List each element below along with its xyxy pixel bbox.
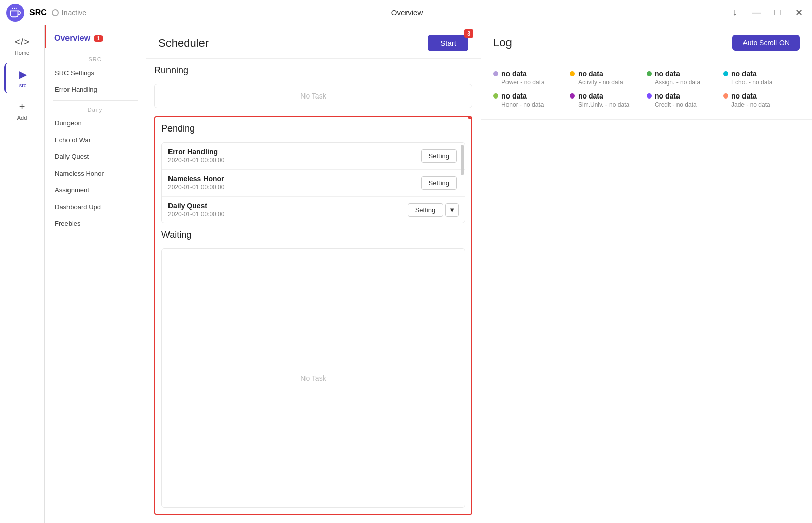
- nav-item-daily-quest[interactable]: Daily Quest: [45, 148, 146, 165]
- scheduler-header: Scheduler Start 3: [146, 25, 481, 59]
- setting-button-1[interactable]: Setting: [421, 176, 457, 190]
- log-status-val-assign: no data: [647, 70, 723, 78]
- running-title: Running: [154, 65, 472, 76]
- pending-item-info-2: Daily Quest 2020-01-01 00:00:00: [168, 202, 408, 218]
- pending-item-name-2: Daily Quest: [168, 202, 408, 210]
- sidebar-item-label-src: src: [19, 82, 27, 88]
- running-empty-label: No Task: [300, 92, 326, 100]
- scrollbar-thumb: [461, 145, 464, 175]
- log-status-label-echo: no data: [731, 70, 757, 78]
- log-status-assign: no data Assign. - no data: [647, 67, 723, 89]
- log-status-sub-assign: Assign. - no data: [647, 79, 723, 86]
- nav-overview[interactable]: Overview 1: [46, 25, 146, 48]
- assign-dot: [647, 71, 652, 76]
- log-status-echo: no data Echo. - no data: [723, 67, 800, 89]
- nav-item-dungeon[interactable]: Dungeon: [45, 115, 146, 132]
- activity-dot: [570, 71, 575, 76]
- running-section: Running: [146, 59, 481, 84]
- status-indicator: Inactive: [52, 9, 86, 17]
- running-area: No Task: [154, 84, 472, 108]
- pending-item-info-0: Error Handling 2020-01-01 00:00:00: [168, 148, 421, 164]
- nav-item-nameless-honor[interactable]: Nameless Honor: [45, 165, 146, 182]
- setting-dropdown-wrap: Setting ▼: [408, 203, 459, 217]
- power-dot: [493, 71, 498, 76]
- log-status-label-credit: no data: [655, 92, 680, 100]
- pending-scroll[interactable]: Error Handling 2020-01-01 00:00:00 Setti…: [162, 143, 465, 223]
- play-icon: ▶: [19, 68, 27, 80]
- sidebar-item-label-add: Add: [17, 115, 27, 121]
- log-status-val-activity: no data: [570, 70, 647, 78]
- log-status-val-jade: no data: [723, 92, 800, 100]
- sidebar-item-add[interactable]: + Add: [4, 95, 41, 126]
- main-content: Scheduler Start 3 Running No Task 2: [146, 25, 812, 523]
- overview-badge: 1: [94, 35, 103, 42]
- log-header: Log Auto Scroll ON: [481, 25, 812, 58]
- minimize-button[interactable]: —: [749, 6, 763, 20]
- nav-item-freebies[interactable]: Freebies: [45, 215, 146, 232]
- log-status-sub-echo: Echo. - no data: [723, 79, 800, 86]
- scheduler-title: Scheduler: [158, 37, 209, 50]
- honor-dot: [493, 93, 498, 99]
- nav-section-src: SRC: [45, 52, 146, 64]
- sidebar-item-label-home: Home: [15, 50, 29, 56]
- log-body: [481, 120, 812, 523]
- pending-title: Pending: [161, 123, 465, 134]
- start-button[interactable]: Start: [428, 35, 468, 51]
- log-status-sub-simuniv: Sim.Univ. - no data: [570, 101, 647, 108]
- log-status-label-honor: no data: [501, 92, 527, 100]
- log-status-simuniv: no data Sim.Univ. - no data: [570, 89, 647, 111]
- log-status-label-power: no data: [501, 70, 527, 78]
- annotation-badge-3: 3: [464, 29, 473, 38]
- sidebar: </> Home ▶ src + Add: [0, 25, 45, 523]
- download-button[interactable]: ↓: [728, 6, 742, 20]
- log-status-activity: no data Activity - no data: [570, 67, 647, 89]
- log-status-jade: no data Jade - no data: [723, 89, 800, 111]
- log-status-honor: no data Honor - no data: [493, 89, 570, 111]
- log-status-label-assign: no data: [655, 70, 680, 78]
- nav-item-dashboard-upd[interactable]: Dashboard Upd: [45, 199, 146, 215]
- autoscroll-button[interactable]: Auto Scroll ON: [732, 35, 800, 51]
- pending-section: Pending: [155, 117, 471, 142]
- nav-item-src-settings[interactable]: SRC Settings: [45, 64, 146, 81]
- log-status-val-honor: no data: [493, 92, 570, 100]
- log-status-grid: no data Power - no data no data Activity…: [481, 58, 812, 120]
- window-title: Overview: [86, 8, 728, 17]
- log-status-label-activity: no data: [578, 70, 603, 78]
- sidebar-item-src[interactable]: ▶ src: [4, 63, 41, 93]
- app-body: </> Home ▶ src + Add Overview 1 SRC SRC …: [0, 25, 812, 523]
- log-status-val-simuniv: no data: [570, 92, 647, 100]
- nav-item-error-handling[interactable]: Error Handling: [45, 81, 146, 98]
- nav-item-echo-of-war[interactable]: Echo of War: [45, 132, 146, 148]
- log-status-sub-honor: Honor - no data: [493, 101, 570, 108]
- log-status-val-echo: no data: [723, 70, 800, 78]
- sidebar-item-home[interactable]: </> Home: [4, 30, 41, 61]
- pending-item-time-2: 2020-01-01 00:00:00: [168, 211, 408, 218]
- pending-list: Error Handling 2020-01-01 00:00:00 Setti…: [161, 142, 465, 223]
- overview-label: Overview: [54, 34, 90, 43]
- jade-dot: [723, 93, 728, 99]
- setting-button-0[interactable]: Setting: [421, 149, 457, 163]
- log-status-label-jade: no data: [731, 92, 757, 100]
- echo-dot: [723, 71, 728, 76]
- pending-item-name-1: Nameless Honor: [168, 175, 421, 183]
- pending-item-info-1: Nameless Honor 2020-01-01 00:00:00: [168, 175, 421, 191]
- dropdown-button-2[interactable]: ▼: [445, 203, 459, 217]
- status-label: Inactive: [62, 9, 86, 17]
- log-status-sub-activity: Activity - no data: [570, 79, 647, 86]
- waiting-title: Waiting: [161, 230, 465, 240]
- pending-item-2: Daily Quest 2020-01-01 00:00:00 Setting …: [162, 197, 465, 223]
- nav-item-assignment[interactable]: Assignment: [45, 182, 146, 199]
- waiting-area: No Task: [161, 248, 465, 508]
- code-icon: </>: [15, 36, 29, 48]
- maximize-button[interactable]: □: [770, 6, 785, 20]
- annotation-outline-2: 2 Pending Error Handling 2020-01-01 00:0…: [154, 116, 472, 515]
- nav-divider-2: [53, 100, 138, 101]
- titlebar: SRC Inactive Overview ↓ — □ ✕: [0, 0, 812, 25]
- log-status-sub-jade: Jade - no data: [723, 101, 800, 108]
- close-button[interactable]: ✕: [792, 6, 806, 20]
- setting-button-2[interactable]: Setting: [408, 203, 443, 217]
- add-icon: +: [19, 101, 25, 113]
- log-panel: Log Auto Scroll ON no data Power - no da…: [481, 25, 812, 523]
- status-dot: [52, 9, 59, 16]
- window-controls: ↓ — □ ✕: [728, 6, 806, 20]
